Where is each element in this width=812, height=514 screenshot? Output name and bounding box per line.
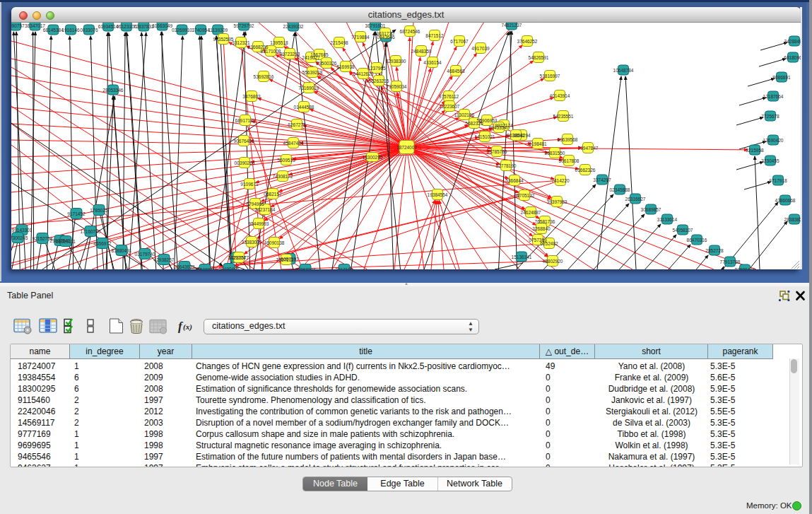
svg-text:8086891: 8086891 — [772, 75, 791, 80]
svg-text:77913788: 77913788 — [720, 259, 741, 264]
svg-text:72837832: 72837832 — [134, 24, 154, 29]
svg-text:6198481: 6198481 — [529, 141, 547, 146]
svg-text:12187664: 12187664 — [763, 94, 784, 99]
svg-text:18300295: 18300295 — [363, 155, 383, 160]
svg-text:50617808: 50617808 — [559, 158, 579, 163]
svg-text:39532275: 39532275 — [195, 267, 216, 270]
svg-text:37646252: 37646252 — [517, 39, 538, 44]
svg-text:6252482: 6252482 — [540, 241, 558, 246]
svg-text:92352595: 92352595 — [213, 37, 234, 42]
svg-text:68145384: 68145384 — [43, 28, 64, 33]
svg-text:13690420: 13690420 — [763, 138, 784, 143]
svg-text:3390757: 3390757 — [11, 23, 25, 28]
svg-text:61663049: 61663049 — [152, 23, 172, 28]
svg-text:01444588: 01444588 — [294, 105, 314, 110]
svg-text:52778190: 52778190 — [496, 163, 517, 168]
svg-text:14151021: 14151021 — [475, 134, 495, 139]
svg-text:2017185: 2017185 — [335, 267, 353, 270]
svg-text:81880491: 81880491 — [112, 248, 132, 253]
svg-text:24848359: 24848359 — [411, 49, 432, 54]
svg-text:46090138: 46090138 — [264, 240, 285, 245]
svg-text:68724546: 68724546 — [400, 29, 420, 34]
svg-text:3374207: 3374207 — [593, 177, 611, 182]
svg-text:73169019: 73169019 — [299, 86, 319, 90]
svg-text:8215958: 8215958 — [746, 148, 764, 153]
svg-text:6818096: 6818096 — [784, 55, 801, 60]
svg-text:(x): (x) — [183, 322, 192, 332]
svg-text:54412625: 54412625 — [353, 71, 374, 76]
svg-text:99143301: 99143301 — [12, 228, 33, 233]
svg-text:34288497: 34288497 — [784, 39, 801, 44]
svg-text:12223607: 12223607 — [440, 104, 460, 109]
svg-text:51816997: 51816997 — [540, 74, 560, 78]
svg-text:0582157: 0582157 — [264, 192, 282, 197]
svg-text:15136141: 15136141 — [512, 255, 532, 259]
svg-text:35572117: 35572117 — [276, 257, 297, 262]
svg-text:18724007: 18724007 — [396, 145, 417, 150]
svg-text:8638541: 8638541 — [507, 133, 525, 138]
svg-text:0033076: 0033076 — [80, 28, 98, 33]
svg-text:2852728: 2852728 — [705, 248, 724, 253]
svg-text:1567685: 1567685 — [310, 52, 329, 57]
svg-text:03179740: 03179740 — [135, 252, 155, 257]
svg-text:33785765: 33785765 — [487, 149, 507, 154]
svg-text:59729792: 59729792 — [234, 23, 254, 28]
svg-text:4684568: 4684568 — [447, 69, 465, 74]
svg-text:3230455: 3230455 — [761, 158, 779, 163]
svg-text:54058107: 54058107 — [673, 228, 693, 233]
svg-text:9109671: 9109671 — [240, 182, 259, 187]
svg-text:19384554: 19384554 — [428, 192, 448, 197]
svg-text:36831550: 36831550 — [545, 151, 565, 156]
svg-text:4656977: 4656977 — [93, 241, 112, 246]
svg-text:97576112: 97576112 — [439, 94, 459, 99]
svg-text:48802920: 48802920 — [543, 259, 563, 264]
svg-text:69639568: 69639568 — [558, 137, 578, 142]
svg-text:31133614: 31133614 — [657, 217, 678, 222]
svg-text:66909111: 66909111 — [56, 239, 76, 244]
svg-text:82888446: 82888446 — [735, 267, 755, 270]
svg-text:35643633: 35643633 — [175, 264, 195, 269]
svg-text:6267278: 6267278 — [288, 122, 306, 127]
svg-text:01662326: 01662326 — [575, 168, 596, 173]
svg-text:90676486: 90676486 — [234, 139, 254, 144]
svg-text:10648784: 10648784 — [613, 68, 634, 73]
svg-text:82938390: 82938390 — [386, 59, 406, 64]
svg-text:3268840: 3268840 — [532, 226, 551, 231]
svg-text:74308172: 74308172 — [273, 174, 293, 179]
svg-text:24624887: 24624887 — [521, 210, 541, 215]
svg-text:9171452: 9171452 — [67, 211, 86, 216]
svg-text:71059034: 71059034 — [387, 84, 407, 89]
svg-text:43860668: 43860668 — [775, 198, 796, 203]
svg-text:83171008: 83171008 — [261, 49, 281, 54]
svg-text:11139309: 11139309 — [208, 28, 228, 33]
svg-text:6717067: 6717067 — [450, 39, 469, 44]
svg-text:67300245: 67300245 — [11, 235, 28, 240]
svg-text:5169938: 5169938 — [336, 64, 355, 69]
svg-text:53692816: 53692816 — [254, 74, 274, 79]
svg-text:3476803: 3476803 — [242, 94, 261, 99]
svg-text:00390266: 00390266 — [235, 160, 255, 165]
svg-text:11283577: 11283577 — [229, 255, 249, 260]
svg-text:7414220: 7414220 — [551, 178, 570, 183]
svg-text:89723213: 89723213 — [280, 52, 300, 57]
svg-text:1785025: 1785025 — [90, 208, 108, 213]
svg-text:30689857: 30689857 — [641, 207, 661, 212]
svg-text:5609513: 5609513 — [277, 158, 295, 163]
svg-text:17160790: 17160790 — [81, 229, 101, 234]
svg-text:1916146: 1916146 — [61, 28, 80, 33]
svg-text:95449993: 95449993 — [249, 221, 269, 226]
svg-text:2215498: 2215498 — [330, 40, 348, 45]
svg-text:5366844: 5366844 — [505, 178, 524, 183]
svg-text:54235551: 54235551 — [553, 114, 574, 119]
svg-text:6794965: 6794965 — [246, 201, 264, 206]
svg-text:54826591: 54826591 — [529, 55, 549, 60]
svg-text:39397983: 39397983 — [547, 199, 567, 204]
svg-text:28053346: 28053346 — [103, 88, 124, 93]
svg-text:68917189: 68917189 — [235, 118, 256, 123]
svg-text:10490495: 10490495 — [219, 267, 240, 270]
svg-text:80453547: 80453547 — [489, 125, 510, 130]
svg-text:24237184: 24237184 — [255, 207, 276, 212]
svg-text:8471512: 8471512 — [425, 33, 444, 38]
svg-text:4917039: 4917039 — [471, 46, 490, 51]
svg-text:11302166: 11302166 — [454, 112, 475, 117]
